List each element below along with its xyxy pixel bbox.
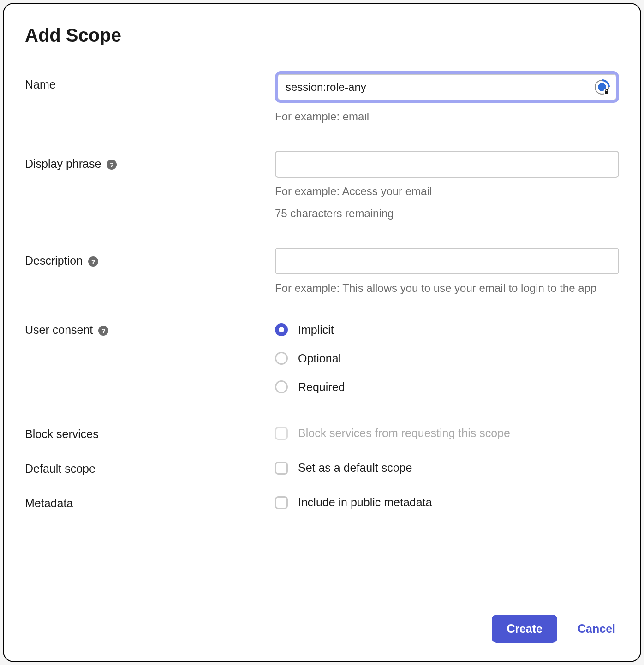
label-col-metadata: Metadata	[25, 496, 275, 510]
metadata-label: Metadata	[25, 497, 73, 510]
label-col-name: Name	[25, 71, 275, 125]
user-consent-radio-group: Implicit Optional Required	[275, 322, 619, 394]
create-button[interactable]: Create	[492, 615, 557, 643]
description-input-wrapper	[275, 248, 619, 274]
field-col-display-phrase: For example: Access your email 75 charac…	[275, 151, 619, 222]
help-icon[interactable]: ?	[107, 160, 117, 170]
checkbox-box-block-services	[275, 427, 288, 440]
name-hint: For example: email	[275, 108, 619, 125]
checkbox-box-metadata	[275, 496, 288, 509]
field-col-metadata: Include in public metadata	[275, 496, 619, 510]
metadata-checkbox[interactable]: Include in public metadata	[275, 496, 619, 509]
label-col-display-phrase: Display phrase ?	[25, 151, 275, 222]
row-name: Name For example: email	[25, 71, 619, 125]
name-input[interactable]	[278, 74, 616, 100]
checkbox-box-default-scope	[275, 462, 288, 475]
label-col-default-scope: Default scope	[25, 461, 275, 475]
name-input-wrapper	[275, 71, 619, 103]
field-col-user-consent: Implicit Optional Required	[275, 322, 619, 394]
password-manager-icon[interactable]	[594, 79, 610, 95]
display-phrase-input[interactable]	[275, 151, 619, 178]
radio-label-required: Required	[298, 380, 345, 394]
radio-label-implicit: Implicit	[298, 323, 334, 337]
radio-circle-implicit	[275, 323, 288, 336]
row-user-consent: User consent ? Implicit Optional Require…	[25, 322, 619, 394]
radio-optional[interactable]: Optional	[275, 351, 619, 366]
row-display-phrase: Display phrase ? For example: Access you…	[25, 151, 619, 222]
display-phrase-input-wrapper	[275, 151, 619, 178]
block-services-checkbox-label: Block services from requesting this scop…	[298, 427, 510, 440]
row-metadata: Metadata Include in public metadata	[25, 496, 619, 510]
display-phrase-hint1: For example: Access your email	[275, 183, 619, 200]
help-icon[interactable]: ?	[88, 256, 98, 267]
dialog-button-row: Create Cancel	[492, 615, 615, 643]
cancel-button[interactable]: Cancel	[578, 622, 615, 635]
description-input[interactable]	[275, 248, 619, 274]
radio-circle-optional	[275, 352, 288, 365]
row-description: Description ? For example: This allows y…	[25, 248, 619, 297]
user-consent-label: User consent	[25, 323, 93, 337]
row-block-services: Block services Block services from reque…	[25, 427, 619, 441]
field-col-block-services: Block services from requesting this scop…	[275, 427, 619, 441]
field-col-description: For example: This allows you to use your…	[275, 248, 619, 297]
block-services-checkbox: Block services from requesting this scop…	[275, 427, 619, 440]
label-col-user-consent: User consent ?	[25, 322, 275, 394]
add-scope-dialog: Add Scope Name For exampl	[3, 3, 641, 662]
radio-implicit[interactable]: Implicit	[275, 322, 619, 337]
radio-required[interactable]: Required	[275, 380, 619, 394]
field-col-default-scope: Set as a default scope	[275, 461, 619, 475]
radio-circle-required	[275, 380, 288, 393]
display-phrase-label: Display phrase	[25, 157, 101, 171]
label-col-block-services: Block services	[25, 427, 275, 441]
svg-rect-3	[605, 91, 608, 94]
default-scope-label: Default scope	[25, 462, 95, 475]
description-hint: For example: This allows you to use your…	[275, 280, 619, 297]
display-phrase-hint2: 75 characters remaining	[275, 205, 619, 222]
description-label: Description	[25, 254, 83, 267]
field-col-name: For example: email	[275, 71, 619, 125]
metadata-checkbox-label: Include in public metadata	[298, 496, 432, 509]
radio-label-optional: Optional	[298, 352, 341, 365]
dialog-title: Add Scope	[25, 25, 619, 46]
default-scope-checkbox-label: Set as a default scope	[298, 461, 412, 475]
help-icon[interactable]: ?	[98, 326, 108, 336]
label-col-description: Description ?	[25, 248, 275, 297]
block-services-label: Block services	[25, 428, 99, 441]
row-default-scope: Default scope Set as a default scope	[25, 461, 619, 475]
default-scope-checkbox[interactable]: Set as a default scope	[275, 461, 619, 475]
name-label: Name	[25, 78, 56, 91]
